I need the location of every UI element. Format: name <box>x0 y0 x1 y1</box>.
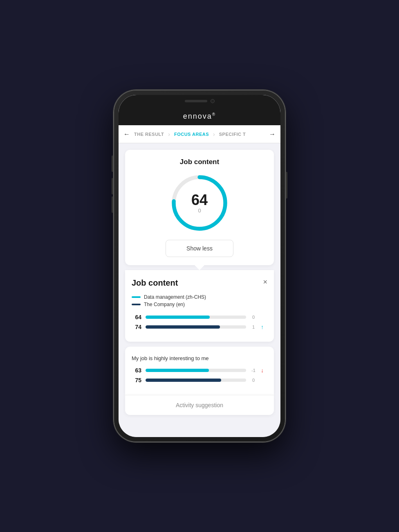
bar-change-1: 1 <box>250 325 257 329</box>
tab-specific[interactable]: SPECIFIC T <box>217 130 249 138</box>
show-less-button[interactable]: Show less <box>166 240 233 257</box>
legend-item-dark: The Company (en) <box>132 302 267 307</box>
sub-bar-change-1: 0 <box>250 378 257 383</box>
sub-bar-track-0 <box>146 369 246 372</box>
speaker <box>185 100 207 102</box>
detail-header: Job content × <box>132 278 267 288</box>
bar-section-sub: 63 -1 ↓ 75 <box>132 367 267 383</box>
score-card: Job content 64 0 Show less <box>125 150 274 265</box>
score-value: 64 <box>191 193 208 207</box>
legend-label-dark: The Company (en) <box>144 302 185 307</box>
camera <box>211 99 215 103</box>
sub-bar-row-1: 75 0 <box>132 377 267 383</box>
screen-content: ennova® ← THE RESULT › FOCUS AREAS › SPE… <box>119 95 280 437</box>
bar-row-1: 74 1 ↑ <box>132 324 267 330</box>
bottom-space <box>119 422 280 430</box>
sub-bar-row-0: 63 -1 ↓ <box>132 367 267 374</box>
bar-section-main: 64 0 74 1 <box>132 314 267 330</box>
notch <box>167 95 232 107</box>
bar-fill-0 <box>146 316 210 319</box>
score-sub: 0 <box>191 207 208 214</box>
card-pointer-wrap <box>125 265 274 270</box>
activity-section[interactable]: Activity suggestion <box>125 395 274 415</box>
card-pointer <box>195 265 204 270</box>
sub-question: My job is highly interesting to me <box>132 355 267 362</box>
phone-screen: ennova® ← THE RESULT › FOCUS AREAS › SPE… <box>119 95 280 437</box>
nav-sep-2: › <box>213 131 215 138</box>
brand-name: ennova® <box>183 112 216 121</box>
sub-bar-change-0: -1 <box>250 368 257 373</box>
legend: Data management (zh-CHS) The Company (en… <box>132 294 267 307</box>
nav-tabs: ← THE RESULT › FOCUS AREAS › SPECIFIC T … <box>119 125 280 143</box>
phone-frame: ennova® ← THE RESULT › FOCUS AREAS › SPE… <box>114 90 285 442</box>
score-card-title: Job content <box>180 158 219 166</box>
circle-text: 64 0 <box>191 193 208 214</box>
main-scroll[interactable]: Job content 64 0 Show less <box>119 143 280 437</box>
sub-section-panel: My job is highly interesting to me 63 -1… <box>125 347 274 395</box>
legend-label-cyan: Data management (zh-CHS) <box>144 294 206 300</box>
close-button[interactable]: × <box>263 278 267 286</box>
bar-arrow-down-icon: ↓ <box>261 367 267 374</box>
back-arrow[interactable]: ← <box>123 131 130 138</box>
sub-bar-track-1 <box>146 379 246 382</box>
sub-bar-fill-1 <box>146 379 221 382</box>
legend-line-dark <box>132 304 141 305</box>
tab-focus[interactable]: FOCUS AREAS <box>172 130 211 138</box>
bar-score-0: 64 <box>132 314 141 320</box>
forward-arrow[interactable]: → <box>269 131 276 138</box>
legend-item-cyan: Data management (zh-CHS) <box>132 294 267 300</box>
sub-bar-score-1: 75 <box>132 377 141 383</box>
bar-row-0: 64 0 <box>132 314 267 320</box>
bar-track-0 <box>146 316 246 319</box>
bar-fill-1 <box>146 325 220 329</box>
nav-sep-1: › <box>168 131 170 138</box>
detail-title: Job content <box>132 278 178 288</box>
bar-arrow-up-icon: ↑ <box>261 324 267 330</box>
bar-track-1 <box>146 325 246 329</box>
bar-score-1: 74 <box>132 324 141 330</box>
legend-line-cyan <box>132 296 141 298</box>
tab-result[interactable]: THE RESULT <box>132 130 166 138</box>
sub-bar-score-0: 63 <box>132 367 141 374</box>
score-circle: 64 0 <box>171 174 228 232</box>
sub-bar-fill-0 <box>146 369 209 372</box>
detail-panel: Job content × Data management (zh-CHS) T… <box>125 270 274 342</box>
bar-change-0: 0 <box>250 315 257 320</box>
activity-label: Activity suggestion <box>176 402 223 408</box>
